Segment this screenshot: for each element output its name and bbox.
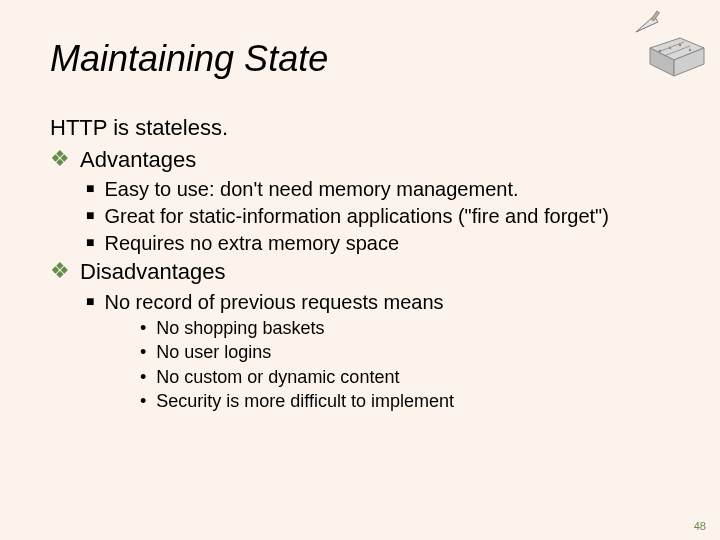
disadvantage-text: No shopping baskets: [156, 317, 324, 340]
disadvantage-intro-text: No record of previous requests means: [104, 290, 443, 315]
square-bullet-icon: ■: [86, 231, 94, 256]
svg-point-7: [679, 44, 681, 46]
square-bullet-icon: ■: [86, 290, 94, 315]
disadvantage-intro: ■ No record of previous requests means: [86, 290, 680, 315]
advantage-item: ■ Great for static-information applicati…: [86, 204, 680, 229]
dot-bullet-icon: •: [140, 317, 146, 340]
square-bullet-icon: ■: [86, 204, 94, 229]
trowel-brick-icon: [616, 8, 706, 78]
disadvantage-text: No user logins: [156, 341, 271, 364]
slide: Maintaining State HTTP is stateless. ❖ A…: [0, 0, 720, 540]
square-bullet-icon: ■: [86, 177, 94, 202]
dot-bullet-icon: •: [140, 390, 146, 413]
advantages-label: Advantages: [80, 146, 196, 174]
svg-point-6: [669, 47, 671, 49]
advantage-item: ■ Easy to use: don't need memory managem…: [86, 177, 680, 202]
disadvantage-item: • Security is more difficult to implemen…: [140, 390, 680, 413]
disadvantage-item: • No custom or dynamic content: [140, 366, 680, 389]
advantage-item: ■ Requires no extra memory space: [86, 231, 680, 256]
disadvantage-item: • No user logins: [140, 341, 680, 364]
diamond-bullet-icon: ❖: [50, 258, 70, 286]
advantages-heading: ❖ Advantages: [50, 146, 680, 174]
statement-text: HTTP is stateless.: [50, 114, 680, 142]
disadvantage-item: • No shopping baskets: [140, 317, 680, 340]
disadvantages-heading: ❖ Disadvantages: [50, 258, 680, 286]
svg-point-5: [659, 50, 661, 52]
disadvantage-text: No custom or dynamic content: [156, 366, 399, 389]
advantage-text: Requires no extra memory space: [104, 231, 399, 256]
advantage-text: Easy to use: don't need memory managemen…: [104, 177, 518, 202]
dot-bullet-icon: •: [140, 366, 146, 389]
advantage-text: Great for static-information application…: [104, 204, 608, 229]
slide-title: Maintaining State: [50, 38, 680, 80]
dot-bullet-icon: •: [140, 341, 146, 364]
slide-body: HTTP is stateless. ❖ Advantages ■ Easy t…: [50, 114, 680, 413]
svg-point-8: [689, 49, 691, 51]
disadvantage-text: Security is more difficult to implement: [156, 390, 454, 413]
diamond-bullet-icon: ❖: [50, 146, 70, 174]
page-number: 48: [694, 520, 706, 532]
disadvantages-label: Disadvantages: [80, 258, 226, 286]
